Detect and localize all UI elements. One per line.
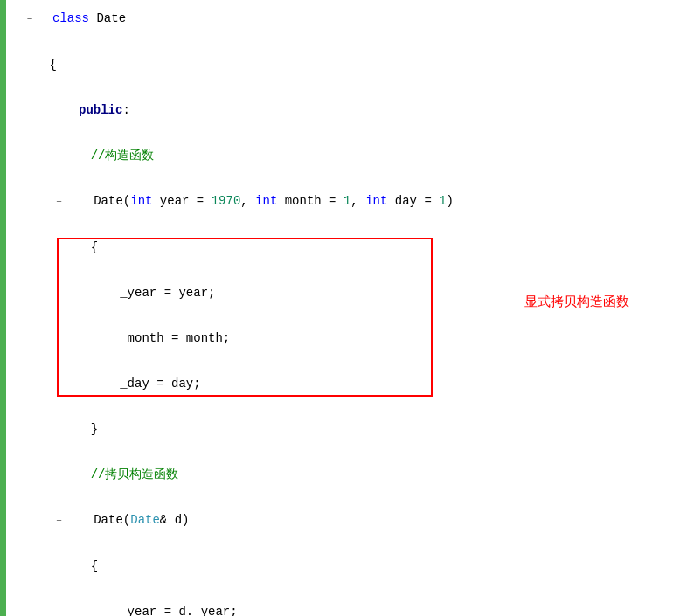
code-line-4: //构造函数	[24, 144, 664, 167]
fold-12[interactable]: −	[54, 509, 65, 532]
green-sidebar	[0, 0, 6, 616]
fold-5[interactable]: −	[54, 190, 65, 213]
code-line-9: _day = day;	[24, 372, 664, 395]
code-line-1: −class Date	[24, 7, 664, 31]
code-line-8: _month = month;	[24, 327, 664, 350]
code-editor: 显式拷贝构造函数 −class Date { public: //构造函数 − …	[0, 0, 673, 616]
fold-1[interactable]: −	[24, 8, 35, 31]
code-line-14: _year = d._year;	[24, 600, 664, 616]
code-line-2: {	[24, 53, 664, 76]
code-line-5: − Date(int year = 1970, int month = 1, i…	[24, 190, 664, 213]
code-line-10: }	[24, 418, 664, 440]
annotation-label: 显式拷贝构造函数	[524, 290, 629, 313]
code-line-12: − Date(Date& d)	[24, 509, 664, 532]
code-line-3: public:	[24, 99, 664, 121]
code-line-13: {	[24, 555, 664, 578]
code-line-11: //拷贝构造函数	[24, 463, 664, 486]
code-line-6: {	[24, 236, 664, 259]
